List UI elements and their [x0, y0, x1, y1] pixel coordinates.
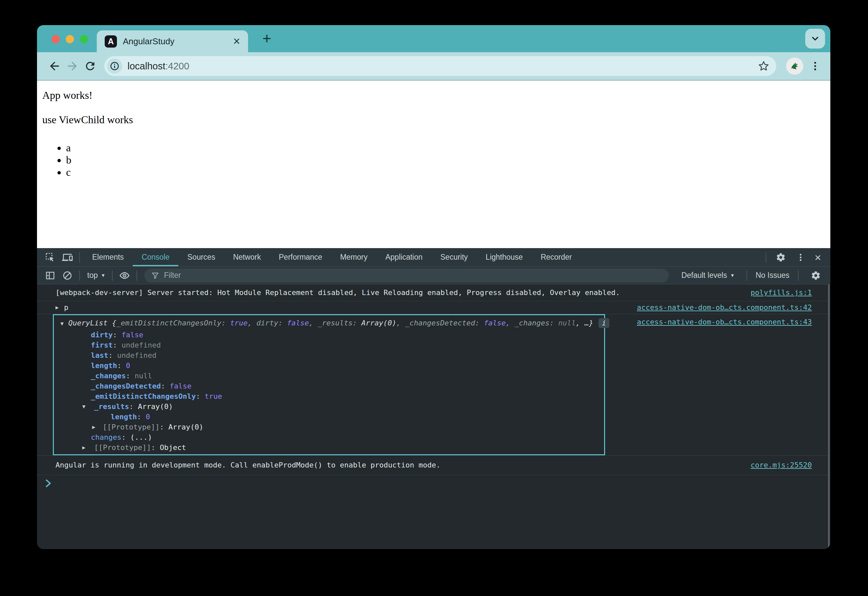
preview-token: ,	[309, 319, 318, 327]
forward-arrow-icon	[66, 59, 79, 73]
desktop-background: { "browser": { "tab_title": "AngularStud…	[0, 0, 868, 596]
object-property-row[interactable]: changes: (...)	[54, 432, 604, 442]
devtools-tab-console[interactable]: Console	[133, 248, 179, 266]
property-separator: :	[121, 433, 130, 441]
source-link[interactable]: core.mjs:25520	[741, 460, 812, 470]
expand-arrow-icon[interactable]: ▶	[92, 422, 96, 432]
console-filter-input[interactable]: Filter	[144, 269, 669, 282]
devtools-tab-elements[interactable]: Elements	[83, 248, 133, 266]
tab-search-button[interactable]	[805, 29, 825, 49]
forward-button[interactable]	[63, 57, 81, 75]
live-expression-button[interactable]	[116, 268, 133, 283]
object-property-row[interactable]: length: 0	[54, 412, 604, 422]
devtools-close-button[interactable]: ×	[812, 252, 824, 263]
console-toolbar: top ▾ Filter Default levels ▾ No Issues	[37, 267, 830, 284]
url-port: :4200	[165, 61, 189, 71]
property-value: 0	[146, 413, 150, 421]
source-link[interactable]: polyfills.js:1	[741, 288, 812, 298]
site-info-button[interactable]	[107, 58, 122, 74]
object-property-row[interactable]: ▶[[Prototype]]: Array(0)	[54, 422, 604, 432]
collapse-arrow-icon[interactable]: ▼	[61, 321, 64, 327]
preview-token: _results:	[318, 319, 361, 327]
bookmark-button[interactable]	[758, 60, 769, 72]
devtools-tabs: ElementsConsoleSourcesNetworkPerformance…	[83, 248, 581, 266]
object-property-row[interactable]: last: undefined	[54, 350, 604, 361]
devtools-tab-application[interactable]: Application	[376, 248, 432, 266]
preview-token: QueryList {	[68, 319, 117, 327]
reload-button[interactable]	[81, 57, 99, 75]
property-key: _changes	[91, 372, 126, 380]
dock-panel-icon	[45, 271, 55, 281]
back-button[interactable]	[46, 57, 63, 75]
devtools-tab-memory[interactable]: Memory	[331, 248, 376, 266]
url-text[interactable]: localhost:4200	[127, 61, 189, 72]
property-separator: :	[196, 392, 205, 401]
object-property-row[interactable]: _emitDistinctChangesOnly: true	[54, 391, 604, 401]
preview-token: ,	[506, 319, 515, 327]
device-toolbar-button[interactable]	[59, 250, 76, 265]
preview-token: _emitDistinctChangesOnly:	[116, 319, 230, 327]
property-value: true	[204, 392, 222, 401]
console-prompt[interactable]	[37, 475, 830, 488]
window-controls	[52, 35, 88, 43]
chevron-down-icon	[810, 34, 820, 44]
clear-console-button[interactable]	[59, 268, 76, 283]
preview-token: , …}	[576, 319, 593, 327]
devtools-settings-button[interactable]	[772, 250, 790, 265]
divider	[798, 270, 799, 281]
profile-avatar[interactable]	[786, 58, 803, 75]
zoom-window-button[interactable]	[80, 35, 88, 43]
divider	[747, 270, 747, 281]
divider	[79, 252, 80, 263]
page-content: App works! use ViewChild works abc	[37, 81, 830, 248]
expand-arrow-icon[interactable]: ▶	[56, 303, 59, 312]
devtools-tab-network[interactable]: Network	[224, 248, 270, 266]
browser-tab[interactable]: A AngularStudy ×	[97, 30, 248, 52]
message-text: [webpack-dev-server] Server started: Hot…	[56, 288, 620, 298]
object-property-row[interactable]: length: 0	[54, 361, 604, 371]
execution-context-selector[interactable]: top ▾	[83, 271, 109, 280]
devtools-tab-performance[interactable]: Performance	[270, 248, 331, 266]
tab-close-icon[interactable]: ×	[233, 35, 240, 47]
property-value: Object	[160, 444, 186, 452]
list-item: b	[66, 155, 830, 165]
minimize-window-button[interactable]	[66, 35, 74, 43]
close-window-button[interactable]	[52, 35, 60, 43]
object-property-row[interactable]: _changes: null	[54, 371, 604, 381]
kebab-menu-icon	[809, 61, 821, 72]
inspect-element-button[interactable]	[41, 250, 59, 265]
console-message-angular: Angular is running in development mode. …	[37, 456, 830, 475]
divider	[766, 252, 766, 263]
console-scrollbar[interactable]	[828, 284, 830, 549]
info-badge-icon[interactable]: i	[598, 318, 610, 328]
object-property-row[interactable]: ▼_results: Array(0)	[54, 401, 604, 412]
devtools-tab-sources[interactable]: Sources	[179, 248, 224, 266]
context-label: top	[87, 271, 98, 280]
object-property-row[interactable]: first: undefined	[54, 340, 604, 350]
issues-counter[interactable]: No Issues	[756, 271, 790, 280]
source-link[interactable]: access-native-dom-ob…cts.component.ts:42	[627, 303, 812, 312]
expand-arrow-icon[interactable]: ▶	[82, 442, 86, 453]
devtools-tab-recorder[interactable]: Recorder	[532, 248, 581, 266]
levels-label: Default levels	[681, 271, 727, 280]
querylist-preview[interactable]: ▼QueryList {_emitDistinctChangesOnly: tr…	[54, 317, 604, 330]
object-property-row[interactable]: dirty: false	[54, 330, 604, 340]
devtools-tabbar-actions: ×	[762, 250, 824, 265]
devtools-tab-security[interactable]: Security	[431, 248, 477, 266]
console-sidebar-toggle-button[interactable]	[41, 268, 59, 283]
object-property-row[interactable]: _changesDetected: false	[54, 381, 604, 391]
collapse-arrow-icon[interactable]: ▼	[82, 401, 86, 412]
reload-icon	[84, 60, 96, 72]
address-bar[interactable]: localhost:4200	[104, 56, 776, 76]
devtools-tab-lighthouse[interactable]: Lighthouse	[477, 248, 532, 266]
browser-menu-button[interactable]	[809, 57, 822, 75]
log-levels-selector[interactable]: Default levels ▾	[678, 271, 738, 280]
url-host: localhost	[127, 61, 165, 71]
console-settings-button[interactable]	[807, 268, 824, 283]
new-tab-button[interactable]: +	[259, 30, 275, 47]
divider	[112, 270, 113, 281]
object-property-row[interactable]: ▶[[Prototype]]: Object	[54, 442, 604, 453]
filter-placeholder: Filter	[164, 271, 181, 280]
devtools-menu-button[interactable]	[792, 250, 809, 265]
source-link[interactable]: access-native-dom-ob…cts.component.ts:43	[627, 317, 812, 327]
